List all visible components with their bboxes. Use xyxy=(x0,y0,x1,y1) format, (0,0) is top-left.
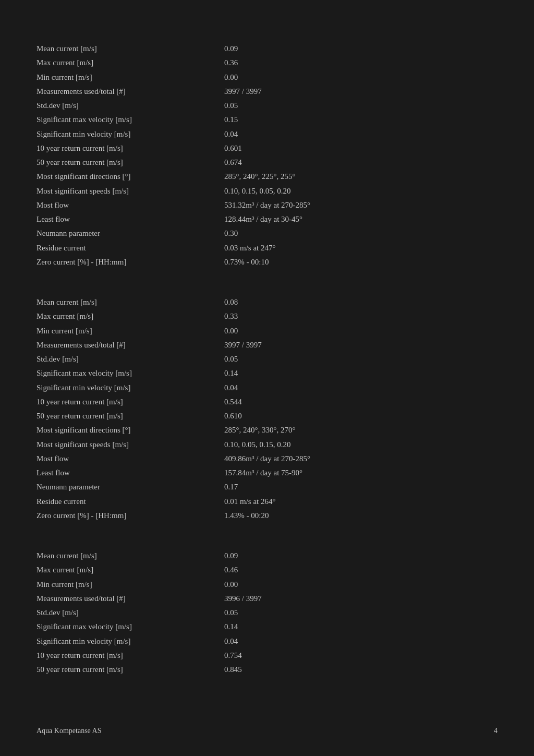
row-label: 50 year return current [m/s] xyxy=(37,155,203,170)
table-row: 10 year return current [m/s]0.544 xyxy=(37,395,497,409)
section-2-table: Mean current [m/s]0.08Max current [m/s]0… xyxy=(37,295,497,523)
table-row: Neumann parameter0.17 xyxy=(37,480,497,494)
row-value: 0.01 m/s at 264° xyxy=(203,495,497,509)
row-label: Measurements used/total [#] xyxy=(37,592,203,606)
row-value: 0.05 xyxy=(203,352,497,366)
row-value: 3996 / 3997 xyxy=(203,592,497,606)
table-row: Least flow157.84m³ / day at 75-90° xyxy=(37,466,497,480)
row-label: Significant max velocity [m/s] xyxy=(37,366,203,380)
table-row: Std.dev [m/s]0.05 xyxy=(37,606,497,620)
row-label: 10 year return current [m/s] xyxy=(37,649,203,663)
row-label: Mean current [m/s] xyxy=(37,549,203,563)
row-label: Least flow xyxy=(37,466,203,480)
row-value: 0.845 xyxy=(203,663,497,677)
row-label: Least flow xyxy=(37,212,203,226)
row-label: Most flow xyxy=(37,198,203,212)
table-row: Max current [m/s]0.36 xyxy=(37,56,497,70)
row-label: Min current [m/s] xyxy=(37,324,203,338)
table-row: Measurements used/total [#]3997 / 3997 xyxy=(37,85,497,99)
row-value: 285°, 240°, 330°, 270° xyxy=(203,423,497,437)
row-label: 50 year return current [m/s] xyxy=(37,663,203,677)
row-value: 0.73% - 00:10 xyxy=(203,255,497,269)
row-value: 0.00 xyxy=(203,324,497,338)
page: Mean current [m/s]0.09Max current [m/s]0… xyxy=(0,0,534,745)
table-row: Min current [m/s]0.00 xyxy=(37,578,497,592)
row-value: 0.15 xyxy=(203,113,497,127)
row-label: 10 year return current [m/s] xyxy=(37,141,203,155)
row-value: 0.05 xyxy=(203,606,497,620)
row-label: Std.dev [m/s] xyxy=(37,606,203,620)
table-row: Mean current [m/s]0.09 xyxy=(37,42,497,56)
table-row: Most flow409.86m³ / day at 270-285° xyxy=(37,452,497,466)
row-label: 10 year return current [m/s] xyxy=(37,395,203,409)
table-row: Residue current0.03 m/s at 247° xyxy=(37,241,497,255)
table-row: Mean current [m/s]0.09 xyxy=(37,549,497,563)
row-label: Measurements used/total [#] xyxy=(37,338,203,352)
row-label: Min current [m/s] xyxy=(37,70,203,85)
table-row: 50 year return current [m/s]0.674 xyxy=(37,155,497,170)
table-row: Measurements used/total [#]3997 / 3997 xyxy=(37,338,497,352)
row-value: 0.03 m/s at 247° xyxy=(203,241,497,255)
section-2: Mean current [m/s]0.08Max current [m/s]0… xyxy=(37,295,497,523)
table-row: Max current [m/s]0.46 xyxy=(37,563,497,577)
table-row: Zero current [%] - [HH:mm]0.73% - 00:10 xyxy=(37,255,497,269)
table-row: Most significant speeds [m/s]0.10, 0.05,… xyxy=(37,438,497,452)
row-value: 285°, 240°, 225°, 255° xyxy=(203,170,497,184)
row-label: 50 year return current [m/s] xyxy=(37,409,203,423)
row-label: Mean current [m/s] xyxy=(37,42,203,56)
table-row: Significant min velocity [m/s]0.04 xyxy=(37,634,497,649)
table-row: Most significant directions [°]285°, 240… xyxy=(37,423,497,437)
row-label: Mean current [m/s] xyxy=(37,295,203,309)
table-row: Most significant speeds [m/s]0.10, 0.15,… xyxy=(37,184,497,198)
table-row: Max current [m/s]0.33 xyxy=(37,309,497,323)
row-label: Significant min velocity [m/s] xyxy=(37,634,203,649)
row-label: Std.dev [m/s] xyxy=(37,99,203,113)
table-row: Std.dev [m/s]0.05 xyxy=(37,99,497,113)
row-value: 0.754 xyxy=(203,649,497,663)
table-row: Significant max velocity [m/s]0.15 xyxy=(37,113,497,127)
row-value: 0.46 xyxy=(203,563,497,577)
row-value: 0.04 xyxy=(203,381,497,395)
row-value: 0.14 xyxy=(203,366,497,380)
table-row: 10 year return current [m/s]0.601 xyxy=(37,141,497,155)
row-label: Most flow xyxy=(37,452,203,466)
table-row: Significant max velocity [m/s]0.14 xyxy=(37,620,497,634)
table-row: Residue current0.01 m/s at 264° xyxy=(37,495,497,509)
row-label: Significant max velocity [m/s] xyxy=(37,620,203,634)
row-value: 409.86m³ / day at 270-285° xyxy=(203,452,497,466)
table-row: Min current [m/s]0.00 xyxy=(37,324,497,338)
row-value: 0.10, 0.05, 0.15, 0.20 xyxy=(203,438,497,452)
row-value: 0.610 xyxy=(203,409,497,423)
row-label: Std.dev [m/s] xyxy=(37,352,203,366)
row-value: 0.00 xyxy=(203,70,497,85)
table-row: Most flow531.32m³ / day at 270-285° xyxy=(37,198,497,212)
row-value: 0.30 xyxy=(203,226,497,241)
row-value: 0.14 xyxy=(203,620,497,634)
row-value: 0.17 xyxy=(203,480,497,494)
row-label: Most significant speeds [m/s] xyxy=(37,184,203,198)
row-label: Significant min velocity [m/s] xyxy=(37,381,203,395)
row-value: 0.33 xyxy=(203,309,497,323)
row-value: 3997 / 3997 xyxy=(203,338,497,352)
row-label: Min current [m/s] xyxy=(37,578,203,592)
table-row: Zero current [%] - [HH:mm]1.43% - 00:20 xyxy=(37,509,497,523)
row-value: 0.674 xyxy=(203,155,497,170)
table-row: Neumann parameter0.30 xyxy=(37,226,497,241)
row-value: 0.36 xyxy=(203,56,497,70)
footer: Aqua Kompetanse AS 4 xyxy=(37,727,497,735)
row-value: 0.09 xyxy=(203,42,497,56)
row-label: Neumann parameter xyxy=(37,480,203,494)
table-row: Std.dev [m/s]0.05 xyxy=(37,352,497,366)
row-value: 0.601 xyxy=(203,141,497,155)
row-value: 3997 / 3997 xyxy=(203,85,497,99)
row-value: 0.04 xyxy=(203,127,497,141)
row-value: 0.05 xyxy=(203,99,497,113)
row-label: Most significant directions [°] xyxy=(37,170,203,184)
table-row: Significant min velocity [m/s]0.04 xyxy=(37,127,497,141)
row-label: Significant max velocity [m/s] xyxy=(37,113,203,127)
row-label: Max current [m/s] xyxy=(37,563,203,577)
row-label: Max current [m/s] xyxy=(37,56,203,70)
table-row: Mean current [m/s]0.08 xyxy=(37,295,497,309)
row-label: Residue current xyxy=(37,495,203,509)
row-value: 0.00 xyxy=(203,578,497,592)
